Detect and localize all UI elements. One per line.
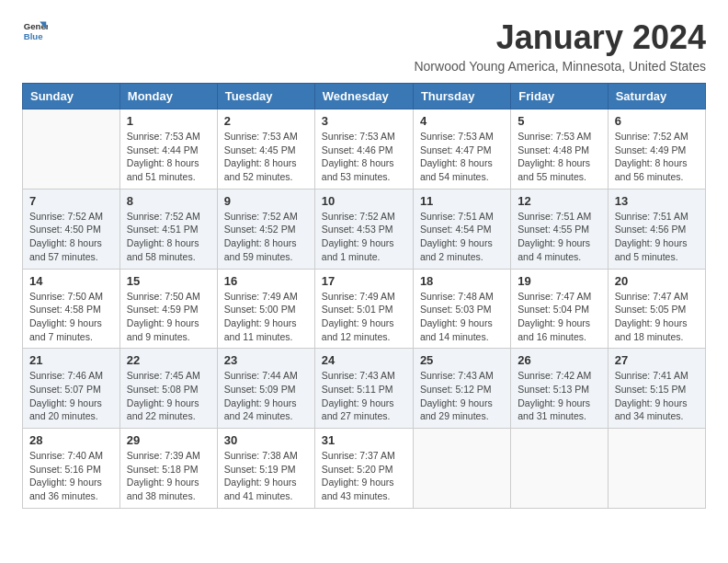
calendar-header-row: SundayMondayTuesdayWednesdayThursdayFrid… [23,84,706,109]
day-number: 10 [322,194,406,208]
header-monday: Monday [119,84,217,109]
day-number: 29 [127,433,210,447]
day-info: Sunrise: 7:43 AMSunset: 5:11 PMDaylight:… [322,369,406,423]
day-number: 5 [518,114,600,128]
header-saturday: Saturday [608,84,705,109]
day-info: Sunrise: 7:42 AMSunset: 5:13 PMDaylight:… [518,369,600,423]
calendar-cell: 8Sunrise: 7:52 AMSunset: 4:51 PMDaylight… [119,189,217,269]
calendar-cell: 25Sunrise: 7:43 AMSunset: 5:12 PMDayligh… [413,349,510,429]
day-number: 16 [224,274,308,288]
page-header: General Blue January 2024 Norwood Young … [22,18,706,74]
calendar-cell: 9Sunrise: 7:52 AMSunset: 4:52 PMDaylight… [217,189,314,269]
day-info: Sunrise: 7:52 AMSunset: 4:52 PMDaylight:… [224,210,308,264]
calendar-cell: 13Sunrise: 7:51 AMSunset: 4:56 PMDayligh… [608,189,705,269]
day-number: 4 [420,114,504,128]
calendar-cell: 4Sunrise: 7:53 AMSunset: 4:47 PMDaylight… [413,109,510,190]
calendar-week-row: 1Sunrise: 7:53 AMSunset: 4:44 PMDaylight… [23,109,706,190]
day-info: Sunrise: 7:45 AMSunset: 5:08 PMDaylight:… [127,369,210,423]
calendar-cell: 26Sunrise: 7:42 AMSunset: 5:13 PMDayligh… [511,349,608,429]
calendar-cell [511,429,608,509]
day-number: 26 [518,353,600,367]
day-number: 22 [127,353,210,367]
day-number: 8 [127,194,210,208]
day-info: Sunrise: 7:53 AMSunset: 4:46 PMDaylight:… [322,130,406,184]
day-info: Sunrise: 7:51 AMSunset: 4:56 PMDaylight:… [615,210,699,264]
day-info: Sunrise: 7:50 AMSunset: 4:59 PMDaylight:… [127,290,210,344]
day-info: Sunrise: 7:53 AMSunset: 4:47 PMDaylight:… [420,130,504,184]
calendar-week-row: 14Sunrise: 7:50 AMSunset: 4:58 PMDayligh… [23,269,706,349]
calendar-cell: 31Sunrise: 7:37 AMSunset: 5:20 PMDayligh… [314,429,413,509]
day-info: Sunrise: 7:52 AMSunset: 4:51 PMDaylight:… [127,210,210,264]
day-info: Sunrise: 7:41 AMSunset: 5:15 PMDaylight:… [615,369,699,423]
calendar-cell: 10Sunrise: 7:52 AMSunset: 4:53 PMDayligh… [314,189,413,269]
day-number: 27 [615,353,699,367]
month-title: January 2024 [414,18,706,57]
calendar-cell: 11Sunrise: 7:51 AMSunset: 4:54 PMDayligh… [413,189,510,269]
day-info: Sunrise: 7:47 AMSunset: 5:05 PMDaylight:… [615,290,699,344]
header-wednesday: Wednesday [314,84,413,109]
day-info: Sunrise: 7:52 AMSunset: 4:50 PMDaylight:… [29,210,113,264]
day-info: Sunrise: 7:51 AMSunset: 4:55 PMDaylight:… [518,210,600,264]
calendar-table: SundayMondayTuesdayWednesdayThursdayFrid… [22,83,706,509]
calendar-cell: 12Sunrise: 7:51 AMSunset: 4:55 PMDayligh… [511,189,608,269]
calendar-week-row: 7Sunrise: 7:52 AMSunset: 4:50 PMDaylight… [23,189,706,269]
calendar-cell: 6Sunrise: 7:52 AMSunset: 4:49 PMDaylight… [608,109,705,190]
day-number: 24 [322,353,406,367]
calendar-cell: 29Sunrise: 7:39 AMSunset: 5:18 PMDayligh… [119,429,217,509]
day-info: Sunrise: 7:47 AMSunset: 5:04 PMDaylight:… [518,290,600,344]
day-number: 1 [127,114,210,128]
calendar-cell: 30Sunrise: 7:38 AMSunset: 5:19 PMDayligh… [217,429,314,509]
calendar-cell: 28Sunrise: 7:40 AMSunset: 5:16 PMDayligh… [23,429,120,509]
day-number: 11 [420,194,504,208]
day-number: 20 [615,274,699,288]
title-block: January 2024 Norwood Young America, Minn… [414,18,706,74]
header-tuesday: Tuesday [217,84,314,109]
location-subtitle: Norwood Young America, Minnesota, United… [414,59,706,74]
day-info: Sunrise: 7:38 AMSunset: 5:19 PMDaylight:… [224,449,308,503]
calendar-cell: 16Sunrise: 7:49 AMSunset: 5:00 PMDayligh… [217,269,314,349]
calendar-cell: 7Sunrise: 7:52 AMSunset: 4:50 PMDaylight… [23,189,120,269]
calendar-cell: 21Sunrise: 7:46 AMSunset: 5:07 PMDayligh… [23,349,120,429]
calendar-cell [413,429,510,509]
day-info: Sunrise: 7:39 AMSunset: 5:18 PMDaylight:… [127,449,210,503]
day-info: Sunrise: 7:52 AMSunset: 4:53 PMDaylight:… [322,210,406,264]
calendar-week-row: 28Sunrise: 7:40 AMSunset: 5:16 PMDayligh… [23,429,706,509]
calendar-cell: 17Sunrise: 7:49 AMSunset: 5:01 PMDayligh… [314,269,413,349]
logo: General Blue [22,18,48,44]
day-number: 30 [224,433,308,447]
day-number: 23 [224,353,308,367]
calendar-cell: 20Sunrise: 7:47 AMSunset: 5:05 PMDayligh… [608,269,705,349]
calendar-week-row: 21Sunrise: 7:46 AMSunset: 5:07 PMDayligh… [23,349,706,429]
calendar-cell [23,109,120,190]
day-number: 12 [518,194,600,208]
calendar-cell: 2Sunrise: 7:53 AMSunset: 4:45 PMDaylight… [217,109,314,190]
day-number: 25 [420,353,504,367]
day-number: 18 [420,274,504,288]
day-number: 6 [615,114,699,128]
day-info: Sunrise: 7:48 AMSunset: 5:03 PMDaylight:… [420,290,504,344]
day-info: Sunrise: 7:44 AMSunset: 5:09 PMDaylight:… [224,369,308,423]
day-number: 31 [322,433,406,447]
day-number: 28 [29,433,113,447]
day-info: Sunrise: 7:37 AMSunset: 5:20 PMDaylight:… [322,449,406,503]
header-sunday: Sunday [23,84,120,109]
svg-text:Blue: Blue [24,31,43,41]
calendar-cell: 23Sunrise: 7:44 AMSunset: 5:09 PMDayligh… [217,349,314,429]
day-number: 9 [224,194,308,208]
calendar-cell: 15Sunrise: 7:50 AMSunset: 4:59 PMDayligh… [119,269,217,349]
calendar-cell: 5Sunrise: 7:53 AMSunset: 4:48 PMDaylight… [511,109,608,190]
day-info: Sunrise: 7:49 AMSunset: 5:01 PMDaylight:… [322,290,406,344]
calendar-cell [608,429,705,509]
calendar-cell: 19Sunrise: 7:47 AMSunset: 5:04 PMDayligh… [511,269,608,349]
day-number: 7 [29,194,113,208]
calendar-cell: 27Sunrise: 7:41 AMSunset: 5:15 PMDayligh… [608,349,705,429]
day-number: 13 [615,194,699,208]
day-info: Sunrise: 7:49 AMSunset: 5:00 PMDaylight:… [224,290,308,344]
calendar-cell: 14Sunrise: 7:50 AMSunset: 4:58 PMDayligh… [23,269,120,349]
calendar-cell: 3Sunrise: 7:53 AMSunset: 4:46 PMDaylight… [314,109,413,190]
header-thursday: Thursday [413,84,510,109]
logo-icon: General Blue [22,18,48,44]
day-number: 15 [127,274,210,288]
calendar-cell: 1Sunrise: 7:53 AMSunset: 4:44 PMDaylight… [119,109,217,190]
day-info: Sunrise: 7:43 AMSunset: 5:12 PMDaylight:… [420,369,504,423]
